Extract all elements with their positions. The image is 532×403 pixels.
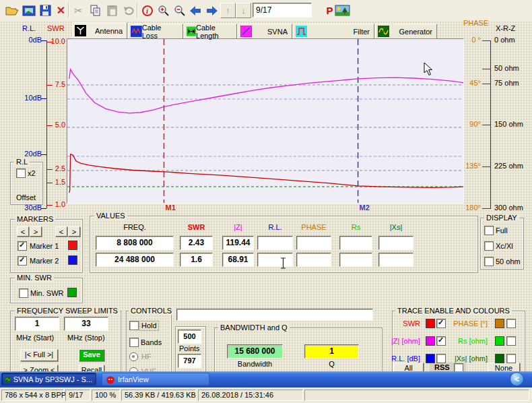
trace-label: |Xs| [ohm]	[447, 354, 488, 363]
bandwidth-field[interactable]: 15 680 000	[227, 344, 283, 359]
cable-loss-icon	[131, 26, 142, 37]
tab-generator[interactable]: Generator	[375, 24, 437, 38]
ohm-tick-label: 0 ohm	[494, 36, 515, 44]
tab-label: Generator	[399, 28, 432, 36]
freq-start-field[interactable]: 1	[15, 317, 59, 331]
value-cell-m1-2[interactable]: 119.44	[222, 236, 254, 250]
min-swr-checkbox[interactable]	[19, 288, 28, 298]
value-cell-m1-3[interactable]	[257, 236, 293, 250]
trace-checkbox[interactable]	[506, 354, 516, 363]
rl-tick-mark	[41, 98, 46, 99]
values-header: |Z|	[222, 223, 254, 232]
paste-icon	[104, 3, 120, 18]
marker1-color-swatch[interactable]	[68, 241, 77, 250]
comment-input[interactable]	[176, 309, 373, 321]
trace-checkbox[interactable]	[436, 354, 446, 363]
value-cell-m2-6[interactable]	[378, 253, 413, 267]
points-bottom-field[interactable]: 797	[178, 354, 201, 368]
screen: ✕ ✂ i ↑ ↓ P R.L. SWR PHASE X-R-Z	[0, 0, 532, 403]
value-cell-m2-2[interactable]: 68.91	[222, 253, 254, 267]
tab-cable-length[interactable]: Cable Length	[184, 24, 237, 38]
marker2-right-button[interactable]: >	[68, 226, 80, 237]
save-icon[interactable]	[38, 3, 53, 18]
value-cell-m1-6[interactable]	[378, 236, 413, 250]
generator-icon	[378, 26, 389, 37]
phase-tick-label: 45°	[459, 79, 481, 88]
tab-cable-loss[interactable]: Cable Loss	[128, 24, 183, 38]
trace-label: SWR	[387, 319, 420, 328]
rl-tick-mark	[41, 154, 46, 155]
svna-icon	[240, 26, 252, 37]
trace-color-swatch[interactable]	[495, 336, 504, 346]
trace-checkbox[interactable]	[506, 319, 516, 328]
value-cell-m2-1[interactable]: 1.6	[180, 253, 213, 267]
marker1-checkbox[interactable]	[18, 241, 27, 251]
trace-checkbox[interactable]	[436, 336, 446, 346]
full-range-button[interactable]: |< Full >|	[20, 349, 58, 361]
rl-axis-title: R.L.	[22, 24, 36, 33]
save-button[interactable]: Save	[79, 349, 104, 361]
display-xcxl-checkbox[interactable]	[484, 241, 494, 251]
marker2-label-text: Marker 2	[30, 257, 59, 266]
value-cell-m2-0[interactable]: 24 488 000	[96, 253, 174, 267]
svna-task-icon	[5, 375, 11, 384]
tab-filter[interactable]: Filter	[293, 24, 374, 38]
tab-label: SVNA	[267, 28, 288, 36]
trace-color-swatch[interactable]	[495, 354, 504, 363]
display-full-checkbox[interactable]	[484, 226, 494, 235]
value-cell-m2-3[interactable]	[257, 253, 293, 267]
marker2-checkbox[interactable]	[18, 256, 27, 266]
delete-icon[interactable]: ✕	[53, 3, 69, 18]
value-cell-m2-5[interactable]	[339, 253, 372, 267]
antenna-icon	[75, 25, 86, 36]
tab-svna[interactable]: SVNA	[238, 24, 292, 38]
min-swr-color-swatch[interactable]	[67, 288, 77, 297]
landscape-icon[interactable]	[335, 3, 350, 18]
value-cell-m1-1[interactable]: 2.43	[180, 236, 213, 250]
copy-icon[interactable]	[88, 3, 103, 18]
hold-checkbox[interactable]	[129, 321, 139, 330]
sweep-chart[interactable]	[67, 38, 464, 204]
points-top-field[interactable]: 500	[178, 330, 201, 344]
open-folder-icon[interactable]	[4, 3, 20, 18]
info-icon[interactable]: i	[139, 3, 155, 18]
tab-antenna[interactable]: Antenna	[72, 22, 127, 38]
marker2-color-swatch[interactable]	[68, 255, 77, 265]
taskbar-collapse-button[interactable]: <	[510, 372, 524, 386]
taskbar-irfanview-button[interactable]: IrfanView	[102, 373, 209, 385]
value-cell-m1-4[interactable]	[296, 236, 331, 250]
trace-color-swatch[interactable]	[495, 319, 504, 328]
value-cell-m2-4[interactable]	[296, 253, 331, 267]
bands-checkbox[interactable]	[129, 338, 139, 347]
trace-color-swatch[interactable]	[426, 336, 435, 346]
zoom-out-icon[interactable]	[172, 3, 187, 18]
previous-image-icon[interactable]	[188, 3, 203, 18]
thumbnails-icon[interactable]	[21, 3, 36, 18]
tab-label: Cable Length	[196, 24, 232, 40]
q-field[interactable]: 1	[304, 344, 359, 359]
value-cell-m1-0[interactable]: 8 808 000	[96, 236, 174, 250]
right-tick-mark	[482, 166, 490, 167]
marker1-right-button[interactable]: >	[30, 226, 42, 237]
page-number-input[interactable]	[253, 3, 312, 18]
trace-color-swatch[interactable]	[426, 354, 435, 363]
trace-color-swatch[interactable]	[426, 319, 435, 328]
rl-offset-label: Offset	[16, 193, 36, 202]
value-cell-m1-5[interactable]	[339, 236, 372, 250]
zoom-in-icon[interactable]	[156, 3, 171, 18]
next-image-icon[interactable]	[204, 3, 220, 18]
bandwidth-label: Bandwidth	[227, 360, 283, 369]
rl-x2-checkbox[interactable]	[16, 168, 26, 178]
bandwidth-title: BANDWIDTH and Q	[218, 323, 290, 332]
ohm-tick-label: 225 ohm	[494, 162, 523, 170]
taskbar-svna-button[interactable]: SVNA by SP3SWJ - S...	[1, 373, 96, 385]
swr-tick-mark	[47, 169, 53, 170]
trace-checkbox[interactable]	[436, 319, 446, 328]
hf-radio[interactable]	[129, 352, 138, 361]
marker2-left-button[interactable]: <	[55, 226, 67, 237]
ohm-tick-label: 50 ohm	[494, 64, 519, 73]
freq-stop-field[interactable]: 33	[64, 317, 108, 331]
display-50ohm-checkbox[interactable]	[484, 257, 494, 266]
trace-checkbox[interactable]	[506, 336, 516, 346]
marker1-left-button[interactable]: <	[17, 226, 29, 237]
